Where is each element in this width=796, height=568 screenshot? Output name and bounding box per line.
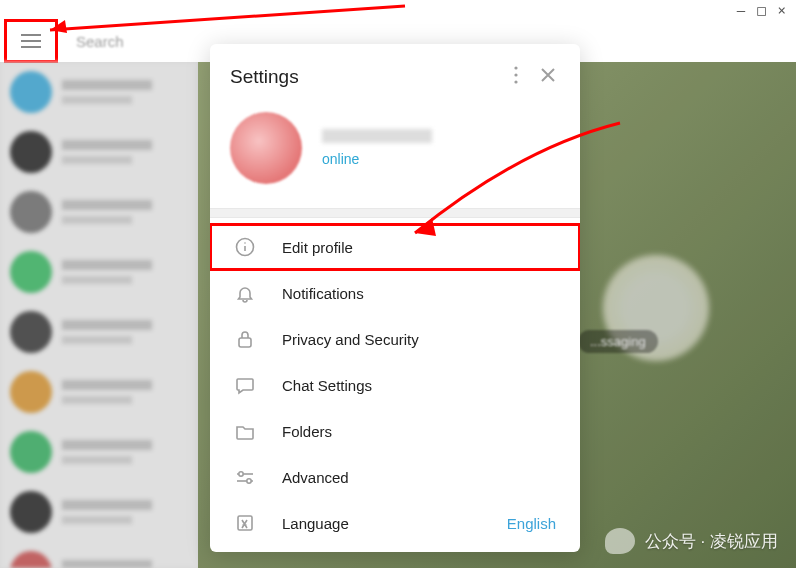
menu-item-privacy[interactable]: Privacy and Security xyxy=(210,316,580,362)
menu-item-language[interactable]: LanguageEnglish xyxy=(210,500,580,546)
section-divider xyxy=(210,208,580,218)
svg-point-1 xyxy=(514,73,517,76)
hamburger-highlight xyxy=(4,19,58,63)
chat-meta xyxy=(62,320,188,344)
chat-list-item[interactable] xyxy=(0,182,198,242)
kebab-icon xyxy=(514,66,518,84)
menu-label: Advanced xyxy=(282,469,556,486)
minimize-button[interactable]: — xyxy=(737,2,745,18)
chat-avatar xyxy=(10,371,52,413)
settings-dialog: Settings online Edit profile Notificatio… xyxy=(210,44,580,552)
chat-list-item[interactable] xyxy=(0,542,198,568)
chat-avatar xyxy=(10,251,52,293)
chat-avatar xyxy=(10,431,52,473)
svg-point-7 xyxy=(239,472,243,476)
dialog-header: Settings xyxy=(210,44,580,102)
sliders-icon xyxy=(234,466,256,488)
chat-list-item[interactable] xyxy=(0,302,198,362)
background-badge: ...ssaging xyxy=(578,330,658,353)
chat-meta xyxy=(62,140,188,164)
chat-avatar xyxy=(10,131,52,173)
settings-menu: Edit profile Notifications Privacy and S… xyxy=(210,218,580,552)
close-window-button[interactable]: × xyxy=(778,2,786,18)
chat-meta xyxy=(62,500,188,524)
chat-meta xyxy=(62,200,188,224)
menu-label: Folders xyxy=(282,423,556,440)
profile-avatar xyxy=(230,112,302,184)
chat-list-item[interactable] xyxy=(0,482,198,542)
close-dialog-button[interactable] xyxy=(536,63,560,91)
chat-meta xyxy=(62,260,188,284)
close-icon xyxy=(540,67,556,83)
chat-list-item[interactable] xyxy=(0,362,198,422)
chat-list-item[interactable] xyxy=(0,122,198,182)
profile-section[interactable]: online xyxy=(210,102,580,208)
menu-label: Edit profile xyxy=(282,239,556,256)
svg-point-0 xyxy=(514,66,517,69)
menu-item-notifications[interactable]: Notifications xyxy=(210,270,580,316)
svg-point-2 xyxy=(514,80,517,83)
chat-avatar xyxy=(10,311,52,353)
search-input[interactable]: Search xyxy=(76,33,124,50)
chat-avatar xyxy=(10,491,52,533)
chat-icon xyxy=(234,374,256,396)
wechat-icon xyxy=(605,528,635,554)
menu-label: Chat Settings xyxy=(282,377,556,394)
background-decoration xyxy=(556,208,756,408)
menu-label: Language xyxy=(282,515,481,532)
chat-list-item[interactable] xyxy=(0,62,198,122)
menu-label: Privacy and Security xyxy=(282,331,556,348)
more-options-button[interactable] xyxy=(510,62,522,92)
watermark: 公众号 · 凌锐应用 xyxy=(605,528,778,554)
hamburger-menu-button[interactable] xyxy=(17,30,45,52)
menu-value: English xyxy=(507,515,556,532)
chat-avatar xyxy=(10,191,52,233)
chat-avatar xyxy=(10,551,52,568)
menu-label: Notifications xyxy=(282,285,556,302)
menu-item-edit-profile[interactable]: Edit profile xyxy=(210,224,580,270)
chat-list-sidebar xyxy=(0,62,198,568)
maximize-button[interactable]: □ xyxy=(757,2,765,18)
lock-icon xyxy=(234,328,256,350)
chat-meta xyxy=(62,380,188,404)
lang-icon xyxy=(234,512,256,534)
chat-avatar xyxy=(10,71,52,113)
svg-rect-6 xyxy=(239,338,251,347)
chat-list-item[interactable] xyxy=(0,422,198,482)
chat-meta xyxy=(62,440,188,464)
bell-icon xyxy=(234,282,256,304)
svg-point-10 xyxy=(247,479,251,483)
chat-meta xyxy=(62,560,188,568)
dialog-title: Settings xyxy=(230,66,496,88)
watermark-text: 公众号 · 凌锐应用 xyxy=(645,530,778,553)
menu-item-folders[interactable]: Folders xyxy=(210,408,580,454)
chat-list-item[interactable] xyxy=(0,242,198,302)
menu-item-chat-settings[interactable]: Chat Settings xyxy=(210,362,580,408)
chat-meta xyxy=(62,80,188,104)
info-icon xyxy=(234,236,256,258)
profile-status: online xyxy=(322,151,432,167)
window-titlebar: — □ × xyxy=(0,0,796,20)
profile-name-redacted xyxy=(322,129,432,143)
folder-icon xyxy=(234,420,256,442)
menu-item-advanced[interactable]: Advanced xyxy=(210,454,580,500)
svg-point-5 xyxy=(244,242,246,244)
